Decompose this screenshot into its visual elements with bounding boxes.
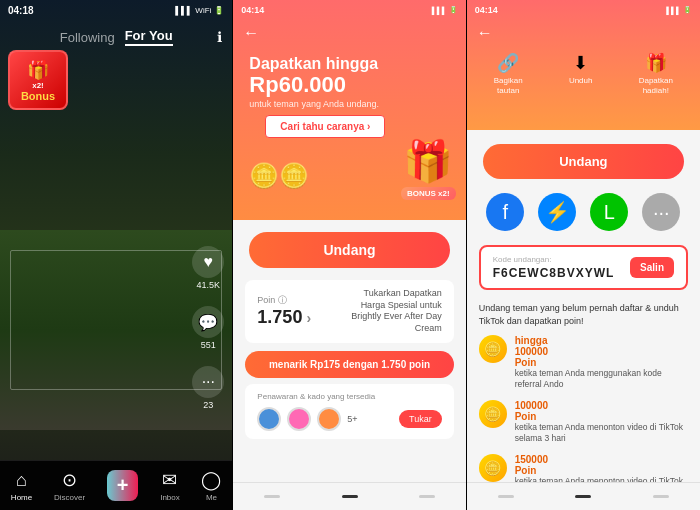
status-icons: ▌▌▌ WiFi 🔋 — [175, 6, 224, 15]
share-action[interactable]: ··· 23 — [192, 366, 224, 410]
nav-discover[interactable]: ⊙ Discover — [54, 469, 85, 502]
battery-icon-3: 🔋 — [683, 6, 692, 14]
header-sub: untuk teman yang Anda undang. — [249, 99, 449, 109]
rewards-list: Undang teman yang belum pernah daftar & … — [467, 298, 700, 510]
info-icon[interactable]: ℹ — [217, 29, 222, 45]
battery-icon: 🔋 — [214, 6, 224, 15]
panel-feed: 04:18 ▌▌▌ WiFi 🔋 Following For You ℹ 🎁 x… — [0, 0, 232, 510]
bottom-nav-3 — [467, 482, 700, 510]
nav-dot-3-3 — [653, 495, 669, 498]
signal-icon-3: ▌▌▌ — [666, 7, 681, 14]
referral-header: 04:14 ▌▌▌ 🔋 ← 🔗 Bagikantautan ⬇ Unduh 🎁 … — [467, 0, 700, 130]
invite-button[interactable]: Undang — [249, 232, 449, 268]
nav-me[interactable]: ◯ Me — [201, 469, 221, 502]
offer-count: 5+ — [347, 414, 357, 424]
reward-amount-3: 150000Poin — [515, 454, 688, 476]
facebook-icon: f — [503, 201, 509, 224]
tab-share-label: Bagikantautan — [494, 76, 523, 95]
reward-text-2: 100000Poin ketika teman Anda menonton vi… — [515, 400, 688, 444]
offers-items: 5+ Tukar — [257, 407, 441, 431]
bonus-label: Bonus — [21, 90, 55, 102]
poin-right: Tukarkan Dapatkan Harga Spesial untuk Br… — [342, 288, 442, 335]
nav-dot-3-2 — [575, 495, 591, 498]
like-count: 41.5K — [197, 280, 221, 290]
poin-arrow[interactable]: › — [306, 310, 311, 326]
share-messenger[interactable]: ⚡ — [538, 193, 576, 231]
share-count: 23 — [203, 400, 213, 410]
copy-button[interactable]: Salin — [630, 257, 674, 278]
add-icon: + — [117, 474, 129, 497]
title-area: Dapatkan hingga Rp60.000 untuk teman yan… — [233, 46, 465, 144]
poin-left: Poin ⓘ 1.750 › — [257, 294, 311, 328]
tab-download[interactable]: ⬇ Unduh — [569, 52, 593, 95]
tab-share-link[interactable]: 🔗 Bagikantautan — [494, 52, 523, 95]
reward-amount-2: 100000Poin — [515, 400, 688, 422]
tab-download-label: Unduh — [569, 76, 593, 86]
poin-section: Poin ⓘ 1.750 › Tukarkan Dapatkan Harga S… — [245, 280, 453, 343]
status-time-2: 04:14 — [241, 5, 264, 15]
nav-dot-1 — [264, 495, 280, 498]
gift-icon: 🎁 — [27, 59, 49, 81]
back-button-2[interactable]: ← — [243, 24, 259, 42]
nav-home[interactable]: ⌂ Home — [11, 470, 32, 502]
status-time-3: 04:14 — [475, 5, 498, 15]
court-lines — [10, 250, 222, 390]
status-bar: 04:18 ▌▌▌ WiFi 🔋 — [0, 0, 232, 20]
tab-following[interactable]: Following — [60, 30, 115, 45]
code-info: Kode undangan: F6CEWC8BVXYWL — [493, 255, 615, 280]
bonus-badge-2: BONUS x2! — [401, 187, 456, 200]
share-facebook[interactable]: f — [486, 193, 524, 231]
panel3-tabs: 🔗 Bagikantautan ⬇ Unduh 🎁 Dapatkanhadiah… — [467, 46, 700, 95]
bottom-nav: ⌂ Home ⊙ Discover + ✉ Inbox ◯ Me — [0, 460, 232, 510]
find-out-button[interactable]: Cari tahu caranya › — [265, 115, 385, 138]
gift-icon-large: 🎁 — [403, 138, 453, 185]
nav-dot-3-1 — [498, 495, 514, 498]
back-button-3[interactable]: ← — [467, 20, 700, 46]
me-icon: ◯ — [201, 469, 221, 491]
nav-inbox[interactable]: ✉ Inbox — [160, 469, 180, 502]
invite-header: 04:14 ▌▌▌ 🔋 ← Dapatkan hingga Rp60.000 u… — [233, 0, 465, 220]
reward-intro: Undang teman yang belum pernah daftar & … — [479, 302, 688, 327]
reward-desc-2: ketika teman Anda menonton video di TikT… — [515, 422, 688, 444]
reward-amount-1: hingga100000Poin — [515, 335, 688, 368]
coin-icon-3: 🪙 — [479, 454, 507, 482]
side-actions: ♥ 41.5K 💬 551 ··· 23 — [192, 246, 224, 410]
status-icons-3: ▌▌▌ 🔋 — [666, 6, 692, 14]
tab-reward-label: Dapatkanhadiah! — [639, 76, 673, 95]
nav-dot-3 — [419, 495, 435, 498]
share-line[interactable]: L — [590, 193, 628, 231]
battery-icon-2: 🔋 — [449, 6, 458, 14]
bottom-nav-2 — [233, 482, 465, 510]
code-label: Kode undangan: — [493, 255, 615, 264]
wifi-icon: WiFi — [195, 6, 211, 15]
download-icon: ⬇ — [573, 52, 588, 74]
inbox-label: Inbox — [160, 493, 180, 502]
share-more[interactable]: ··· — [642, 193, 680, 231]
panel2-nav: ← — [233, 20, 465, 46]
bonus-x2-label: x2! — [32, 81, 44, 90]
nav-add[interactable]: + — [107, 470, 139, 501]
panel-referral: 04:14 ▌▌▌ 🔋 ← 🔗 Bagikantautan ⬇ Unduh 🎁 … — [467, 0, 700, 510]
reward-item-1: 🪙 hingga100000Poin ketika teman Anda men… — [479, 335, 688, 390]
messenger-icon: ⚡ — [545, 200, 570, 224]
offers-label: Penawaran & kado yang tersedia — [257, 392, 441, 401]
comment-action[interactable]: 💬 551 — [192, 306, 224, 350]
tab-foryou[interactable]: For You — [125, 28, 173, 46]
tukar-button[interactable]: Tukar — [399, 410, 442, 428]
undang-button[interactable]: Undang — [483, 144, 684, 179]
status-icons-2: ▌▌▌ 🔋 — [432, 6, 458, 14]
like-action[interactable]: ♥ 41.5K — [192, 246, 224, 290]
code-value: F6CEWC8BVXYWL — [493, 266, 615, 280]
nav-dot-2 — [342, 495, 358, 498]
home-label: Home — [11, 493, 32, 502]
reward-desc-1: ketika teman Anda menggunakan kode refer… — [515, 368, 688, 390]
more-icon: ··· — [653, 201, 670, 224]
earn-button[interactable]: menarik Rp175 dengan 1.750 poin — [245, 351, 453, 378]
share-icons-row: f ⚡ L ··· — [467, 187, 700, 237]
bonus-badge[interactable]: 🎁 x2! Bonus — [8, 50, 68, 110]
tab-reward[interactable]: 🎁 Dapatkanhadiah! — [639, 52, 673, 95]
header-amount: Rp60.000 — [249, 73, 449, 97]
offer-item-3 — [317, 407, 341, 431]
coins-decoration: 🪙🪙 — [249, 162, 309, 190]
share-icon: ··· — [192, 366, 224, 398]
